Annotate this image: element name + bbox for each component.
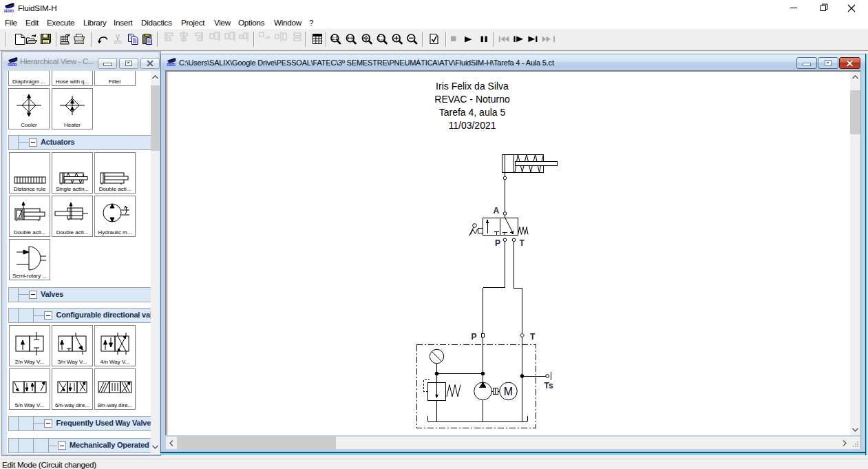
svg-text:M: M [504, 386, 513, 397]
svg-text:REVAC - Noturno: REVAC - Noturno [434, 94, 510, 105]
svg-text:P: P [472, 332, 477, 342]
svg-text:A: A [494, 206, 500, 216]
svg-text:1:1: 1:1 [332, 36, 339, 41]
svg-text:Iris Felix da Silva: Iris Felix da Silva [436, 81, 509, 92]
svg-text:Tarefa 4, aula 5: Tarefa 4, aula 5 [439, 107, 506, 118]
svg-text:T: T [520, 238, 525, 248]
svg-text:T: T [530, 332, 536, 342]
svg-text:Ts: Ts [544, 381, 553, 390]
svg-text:11/03/2021: 11/03/2021 [448, 120, 496, 131]
svg-text:P: P [495, 238, 500, 248]
